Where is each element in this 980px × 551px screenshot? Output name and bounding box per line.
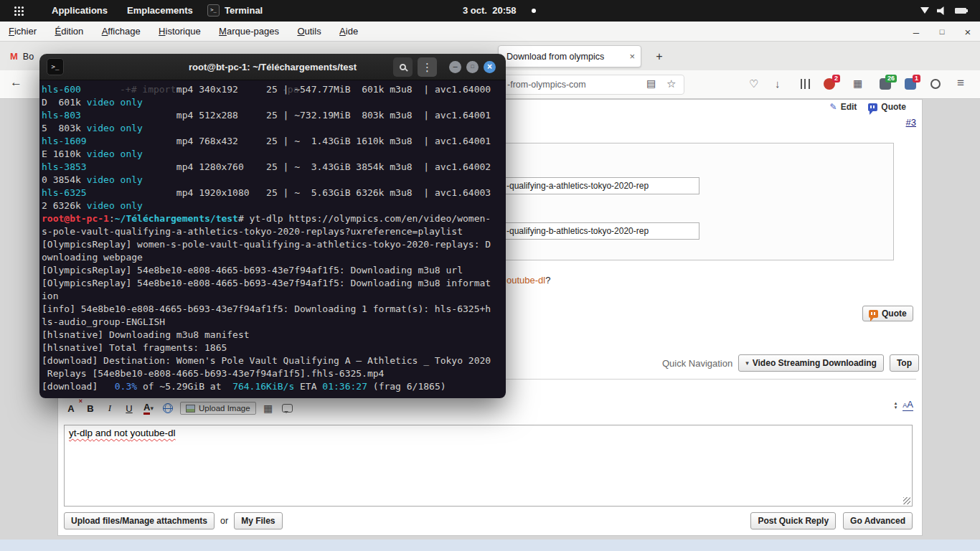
terminal-app-icon: >_ <box>207 4 220 17</box>
reading-grid-icon[interactable]: ▦ <box>853 77 862 89</box>
terminal-search-button[interactable] <box>393 57 413 77</box>
menu-edition[interactable]: Édition <box>55 22 83 42</box>
upload-image-label: Upload Image <box>199 404 250 413</box>
page-footer-strip <box>0 540 980 551</box>
menu-historique[interactable]: Historique <box>159 22 201 42</box>
bold-button[interactable]: B <box>83 400 98 416</box>
downloads-icon[interactable]: ↓ <box>775 77 781 90</box>
or-label: or <box>220 516 228 526</box>
italic-button[interactable]: I <box>103 400 117 416</box>
gmail-favicon: M <box>10 51 18 62</box>
upload-files-button[interactable]: Upload files/Manage attachments <box>64 512 215 529</box>
terminal-ghost-text: -pa <box>282 84 298 95</box>
quote-reply-button[interactable]: Quote <box>862 306 913 321</box>
edit-post-link[interactable]: ✎ Edit <box>830 102 857 112</box>
post-controls: ✎ Edit Quote <box>830 102 906 112</box>
go-advanced-button[interactable]: Go Advanced <box>843 512 913 529</box>
volume-icon[interactable] <box>937 6 947 15</box>
window-minimize-button[interactable]: – <box>911 26 921 38</box>
remove-format-button[interactable]: A× <box>64 400 78 416</box>
terminal-menu-button[interactable]: ⋮ <box>418 57 437 77</box>
places-menu[interactable]: Emplacements <box>127 5 193 16</box>
terminal-output: hls-600 mp4 340x192 25 | ~547.77MiB 601k… <box>42 83 506 393</box>
back-button[interactable]: ← <box>10 75 22 90</box>
terminal-body[interactable]: -+# import -pa hls-600 mp4 340x192 25 | … <box>39 80 506 398</box>
tab-gmail-label: Bo <box>23 52 34 62</box>
terminal-titlebar[interactable]: >_ root@bt-pc-1: ~/Téléchargements/test … <box>39 54 506 80</box>
post-quick-reply-button[interactable]: Post Quick Reply <box>750 512 836 529</box>
globe-icon <box>163 403 173 413</box>
applications-grid-icon[interactable] <box>14 6 17 9</box>
firefox-menu-bar: Fichier Édition Affichage Historique Mar… <box>0 22 980 42</box>
menu-aide[interactable]: Aide <box>339 22 358 42</box>
underline-button[interactable]: U <box>122 400 136 416</box>
remove-format-x-icon: × <box>79 397 83 405</box>
menu-outils[interactable]: Outils <box>297 22 321 42</box>
library-icon[interactable] <box>801 79 810 89</box>
quote-bubble-icon <box>868 103 877 111</box>
new-tab-button[interactable]: + <box>651 48 668 65</box>
top-button[interactable]: Top <box>890 354 919 372</box>
network-icon[interactable] <box>920 7 929 14</box>
terminal-close-button[interactable]: × <box>484 61 496 73</box>
image-icon <box>186 405 195 413</box>
menu-fichier[interactable]: Fichier <box>9 22 37 42</box>
window-close-button[interactable]: × <box>963 26 973 38</box>
editor-resize-control[interactable]: AA <box>903 399 913 411</box>
battery-icon[interactable] <box>955 8 966 14</box>
script-badge: 26 <box>885 75 897 83</box>
font-color-a: A <box>143 402 150 415</box>
remove-format-a: A <box>67 403 74 414</box>
insert-link-button[interactable] <box>161 400 175 416</box>
reader-mode-icon[interactable]: ▤ <box>646 77 656 89</box>
bookmark-star-icon[interactable]: ☆ <box>666 77 676 90</box>
quick-nav-dropdown[interactable]: ▾ Video Streaming Downloading <box>738 354 884 372</box>
upload-image-button[interactable]: Upload Image <box>180 402 256 415</box>
terminal-maximize-button[interactable]: □ <box>466 61 479 73</box>
reply-buttons-left: Upload files/Manage attachments or My Fi… <box>64 512 283 529</box>
insert-video-button[interactable]: ▦ <box>261 400 275 416</box>
tab-close-icon[interactable]: × <box>629 51 635 62</box>
quick-navigation-label: Quick Navigation <box>662 358 732 369</box>
menu-affichage[interactable]: Affichage <box>102 22 141 42</box>
notify-badge: 1 <box>913 75 920 83</box>
terminal-app-menu[interactable]: Terminal <box>225 5 263 16</box>
window-maximize-button[interactable]: □ <box>937 27 947 36</box>
edit-label: Edit <box>841 102 857 112</box>
quote-label: Quote <box>881 102 906 112</box>
menu-marque-pages[interactable]: Marque-pages <box>219 22 279 42</box>
reply-buttons-right: Post Quick Reply Go Advanced <box>750 512 913 529</box>
terminal-minimize-button[interactable]: – <box>449 61 461 73</box>
quick-nav-dropdown-label: Video Streaming Downloading <box>753 358 877 368</box>
size-large-a: A <box>907 399 913 410</box>
speech-bubble-icon <box>282 404 293 413</box>
my-files-button[interactable]: My Files <box>234 512 282 529</box>
post-number-link[interactable]: #3 <box>906 117 916 128</box>
editor-toolbar: A× B I U A▾ Upload Image ▦ <box>64 399 295 418</box>
clock[interactable]: 3 oct. 20:58 <box>463 5 516 16</box>
gnome-top-bar: Applications Emplacements >_ Terminal 3 … <box>0 0 980 22</box>
reply-word-2: and not <box>93 428 131 438</box>
chevron-down-icon: ▾ <box>745 359 749 367</box>
window-controls: – □ × <box>911 22 973 42</box>
terminal-window: >_ root@bt-pc-1: ~/Téléchargements/test … <box>39 54 506 398</box>
chevron-down-icon: ▾ <box>150 405 154 412</box>
quote-orange-icon <box>869 310 878 318</box>
quote-post-link[interactable]: Quote <box>868 102 906 112</box>
hamburger-menu-icon[interactable]: ≡ <box>957 76 964 90</box>
editor-collapse-control[interactable]: ▴ ▾ <box>895 401 897 410</box>
notification-dot <box>532 9 536 13</box>
quick-reply-textarea[interactable]: yt-dlp and not youtube-dl <box>64 425 913 507</box>
post-text: outube-dl? <box>507 275 550 286</box>
account-circle-icon[interactable] <box>930 79 941 89</box>
pocket-icon[interactable]: ♡ <box>749 77 758 90</box>
terminal-ghost-text: -+# import <box>120 84 176 95</box>
applications-menu[interactable]: Applications <box>52 5 108 16</box>
screen: Applications Emplacements >_ Terminal 3 … <box>0 0 980 551</box>
youtube-dl-link[interactable]: outube-dl <box>507 275 545 286</box>
adblock-badge: 2 <box>832 75 840 83</box>
font-color-button[interactable]: A▾ <box>141 400 156 416</box>
smilies-button[interactable] <box>281 400 295 416</box>
tab-download-olympics[interactable]: Download from olympics × <box>498 45 641 67</box>
quote-reply-label: Quote <box>882 309 907 319</box>
